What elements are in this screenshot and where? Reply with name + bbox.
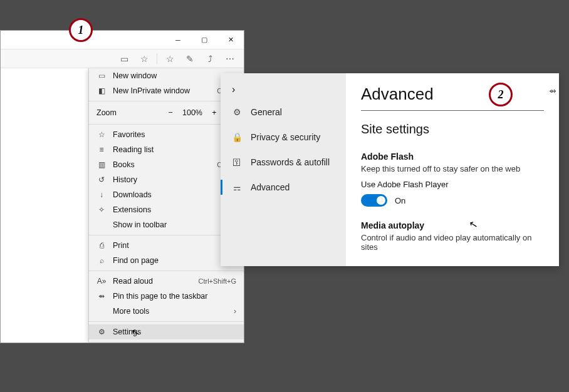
notes-icon[interactable]: ✎ — [182, 51, 197, 66]
search-icon: ⌕ — [97, 256, 107, 265]
nav-privacy[interactable]: 🔒 Privacy & security — [221, 125, 346, 150]
annotation-badge-1: 1 — [69, 18, 93, 42]
subsection-description: Keep this turned off to stay safer on th… — [361, 164, 544, 173]
menu-shortcut: Ctrl+Shift+G — [198, 277, 236, 285]
menu-label: Show in toolbar — [113, 220, 227, 229]
menu-label: Extensions — [113, 205, 236, 214]
menu-label: History — [113, 175, 236, 184]
menu-label: Reading list — [113, 145, 236, 154]
section-media-autoplay: Media autoplay Control if audio and vide… — [361, 220, 544, 252]
nav-passwords[interactable]: ⚿ Passwords & autofill — [221, 150, 346, 175]
badge-number: 2 — [498, 88, 504, 101]
minimize-button[interactable]: ─ — [165, 31, 191, 49]
read-aloud-icon: A» — [97, 277, 107, 286]
zoom-value: 100% — [182, 108, 202, 117]
reading-list-icon: ≡ — [97, 145, 107, 154]
menu-label: Print — [113, 241, 236, 250]
badge-number: 1 — [78, 24, 84, 37]
menu-label: Favorites — [113, 130, 236, 139]
nav-back-button[interactable]: › — [221, 80, 346, 100]
menu-more-tools[interactable]: · More tools › — [89, 304, 244, 319]
window-icon: ▭ — [97, 71, 107, 80]
nav-label: Passwords & autofill — [251, 157, 330, 167]
inprivate-icon: ◧ — [97, 86, 107, 95]
chevron-right-icon: › — [234, 307, 236, 316]
toggle-state: On — [395, 196, 405, 205]
pin-icon: ⇴ — [97, 292, 107, 301]
key-icon: ⚿ — [232, 157, 242, 167]
divider — [157, 53, 157, 64]
gear-icon: ⚙ — [97, 328, 107, 336]
close-button[interactable]: ✕ — [217, 31, 244, 49]
menu-label: Books — [113, 160, 211, 169]
page-title: Advanced — [361, 85, 544, 104]
maximize-button[interactable]: ▢ — [191, 31, 217, 49]
nav-label: General — [251, 107, 282, 117]
nav-general[interactable]: ⚙ General — [221, 100, 346, 125]
menu-label: New InPrivate window — [113, 86, 211, 95]
section-heading: Site settings — [361, 122, 544, 137]
section-adobe-flash: Adobe Flash Keep this turned off to stay… — [361, 152, 544, 207]
menu-label: Pin this page to the taskbar — [113, 292, 236, 301]
flash-toggle[interactable] — [361, 194, 387, 207]
divider — [361, 110, 544, 111]
chevron-right-icon: › — [232, 84, 235, 95]
menu-label: New window — [113, 71, 236, 80]
more-menu-icon[interactable]: ⋯ — [222, 51, 238, 66]
pin-pane-icon[interactable]: ⇴ — [549, 86, 556, 96]
favorites-hub-icon[interactable]: ☆ — [162, 51, 177, 66]
menu-label: Find on page — [113, 256, 236, 265]
menu-label: Read aloud — [113, 277, 192, 286]
menu-label: Downloads — [113, 190, 236, 199]
download-icon: ↓ — [97, 190, 107, 199]
gear-icon: ⚙ — [232, 107, 242, 117]
reading-view-icon[interactable]: ▭ — [117, 51, 132, 66]
nav-advanced[interactable]: ⚎ Advanced — [221, 175, 346, 200]
menu-read-aloud[interactable]: A» Read aloud Ctrl+Shift+G — [89, 274, 244, 289]
zoom-out-button[interactable]: − — [165, 108, 176, 117]
flash-toggle-row: On — [361, 194, 544, 207]
history-icon: ↺ — [97, 175, 107, 184]
menu-separator — [89, 271, 244, 271]
share-icon[interactable]: ⤴ — [202, 51, 217, 66]
menu-settings[interactable]: ⚙ Settings — [89, 324, 244, 339]
menu-label: Settings — [113, 328, 236, 336]
star-icon: ☆ — [97, 130, 107, 139]
menu-label: More tools — [113, 307, 227, 316]
lock-icon: 🔒 — [232, 132, 242, 142]
subsection-title: Adobe Flash — [361, 152, 544, 162]
subsection-title: Media autoplay — [361, 220, 544, 230]
edge-browser-window: ─ ▢ ✕ ▭ ☆ ☆ ✎ ⤴ ⋯ ▭ New window ◧ New InP… — [0, 30, 244, 343]
subsection-description: Control if audio and video play automati… — [361, 233, 544, 252]
toggle-label: Use Adobe Flash Player — [361, 180, 544, 189]
settings-main: ⇴ Advanced Site settings Adobe Flash Kee… — [346, 73, 559, 266]
extensions-icon: ✧ — [97, 205, 107, 214]
zoom-label: Zoom — [97, 108, 159, 117]
settings-nav: › ⚙ General 🔒 Privacy & security ⚿ Passw… — [221, 73, 346, 266]
favorite-star-icon[interactable]: ☆ — [137, 51, 152, 66]
annotation-badge-2: 2 — [489, 83, 513, 106]
nav-label: Advanced — [251, 182, 290, 192]
zoom-in-button[interactable]: + — [209, 108, 220, 117]
menu-pin-to-taskbar[interactable]: ⇴ Pin this page to the taskbar — [89, 289, 244, 304]
address-bar: ▭ ☆ ☆ ✎ ⤴ ⋯ — [1, 49, 244, 68]
nav-label: Privacy & security — [251, 132, 320, 142]
titlebar: ─ ▢ ✕ — [1, 31, 244, 49]
sliders-icon: ⚎ — [232, 182, 242, 192]
print-icon: ⎙ — [97, 241, 107, 250]
menu-separator — [89, 321, 244, 322]
books-icon: ▥ — [97, 160, 107, 169]
